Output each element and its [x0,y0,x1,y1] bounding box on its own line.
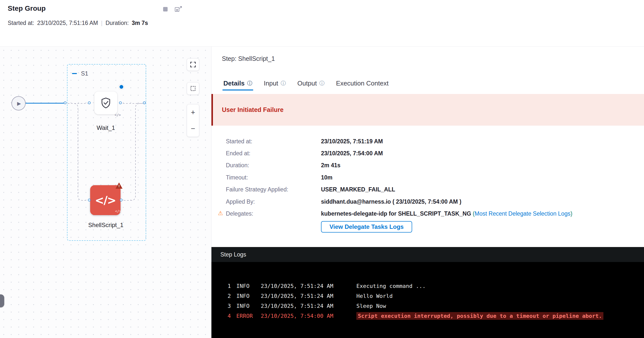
execution-meta: Started at: 23/10/2025, 7:51:16 AM | Dur… [8,20,148,27]
collapse-group-icon[interactable] [72,73,77,74]
shell-step-type-icon: </> [115,209,121,213]
failure-alert-banner: User Initiated Failure [212,94,644,126]
marquee-select-icon [190,85,196,92]
failure-alert-text: User Initiated Failure [222,106,284,113]
shell-script-code-icon: </> [95,194,116,207]
applied-by-field-value: siddhant.dua@harness.io ( 23/10/2025, 7:… [321,198,462,205]
log-line-number: 4 [224,313,236,319]
detail-row: Timeout: 10m [226,171,634,183]
harness-execution-page: Step Group Started at: 23/10/2025, 7:51:… [0,0,644,338]
shell-node-label: ShellScript_1 [78,222,133,229]
step-title: Step: ShellScript_1 [222,55,275,62]
port-wait-right [119,101,122,104]
tab-input-label: Input [264,80,278,87]
log-line: 2 INFO 23/10/2025, 7:51:24 AM Hello Worl… [212,291,644,301]
delegate-warning-icon: ⚠ [218,210,223,217]
tab-execution-context[interactable]: Execution Context [336,76,388,91]
wait-step-type-icon: </> [114,113,121,117]
marquee-select-button[interactable] [187,82,199,95]
tab-details-label: Details [224,80,244,87]
delegate-selection-logs-link[interactable]: Most Recent Delegate Selection Logs [475,210,570,217]
log-message: Sleep Now [356,303,644,309]
log-timestamp: 23/10/2025, 7:51:24 AM [261,293,356,299]
page-title: Step Group [8,5,46,13]
duration-field-label: Duration: [226,162,321,169]
log-level: INFO [236,293,261,299]
log-timestamp: 23/10/2025, 7:51:24 AM [261,283,356,289]
stage-icon[interactable] [163,7,168,12]
duration-field-value: 2m 41s [321,162,340,169]
zoom-out-button[interactable]: − [187,121,199,137]
log-line: 1 INFO 23/10/2025, 7:51:24 AM Executing … [212,281,644,291]
wait-node-label: Wait_1 [78,124,133,131]
applied-by-field-label: Applied By: [226,198,321,205]
ended-at-field-value: 23/10/2025, 7:54:00 AM [321,150,383,157]
detail-row: Applied By: siddhant.dua@harness.io ( 23… [226,196,634,208]
collapsed-drawer-handle[interactable] [0,294,4,307]
step-logs-body[interactable]: 1 INFO 23/10/2025, 7:51:24 AM Executing … [212,262,644,321]
timeout-field-label: Timeout: [226,174,321,181]
group-label: S1 [81,70,88,77]
log-level: INFO [236,283,261,289]
log-line-error: 4 ERROR 23/10/2025, 7:54:00 AM Script ex… [212,311,644,321]
started-at-field-value: 23/10/2025, 7:51:19 AM [321,138,383,145]
view-delegate-tasks-logs-button[interactable]: View Delegate Tasks Logs [321,221,412,233]
pipeline-start-node[interactable]: ▶ [12,96,26,110]
port-wait-left [88,101,91,104]
zoom-control: + − [187,104,199,137]
delegates-field-label: ⚠ Delegates: [226,210,321,217]
failure-strategy-field-label: Failure Strategy Applied: [226,186,321,193]
started-at-field-label: Started at: [226,138,321,145]
details-tabs: Details ⓘ Input ⓘ Output ⓘ Execution Con… [224,76,388,91]
tab-details[interactable]: Details ⓘ [224,76,252,91]
step-detail-fields: Started at: 23/10/2025, 7:51:19 AM Ended… [226,135,634,220]
meta-separator: | [101,20,102,27]
paren-open: ( [473,210,475,217]
step-group-header: Step Group Started at: 23/10/2025, 7:51:… [0,0,644,46]
log-line-number: 3 [224,303,236,309]
step-group-s1-header[interactable]: S1 [72,70,88,77]
started-at-value: 23/10/2025, 7:51:16 AM [37,20,98,27]
log-message: Hello World [356,293,644,299]
running-status-dot [119,84,124,90]
log-timestamp: 23/10/2025, 7:51:24 AM [261,303,356,309]
tab-input[interactable]: Input ⓘ [264,76,286,91]
log-line: 3 INFO 23/10/2025, 7:51:24 AM Sleep Now [212,301,644,311]
log-level: INFO [236,303,261,309]
step-logs-title: Step Logs [220,251,246,258]
exclamation-glyph: ! [116,184,122,188]
pipeline-graph-canvas[interactable]: S1 ▶ </> Wait_1 </> ! </> ShellScript_1 [0,46,212,338]
output-info-icon[interactable]: ⓘ [319,80,324,87]
node-wait-1[interactable] [94,92,117,114]
paren-close: ) [570,210,572,217]
detail-row-delegates: ⚠ Delegates: kubernetes-delegate-idp for… [226,208,634,220]
timeout-field-value: 10m [321,174,332,181]
log-line-number: 1 [224,283,236,289]
execution-inputs-icon[interactable] [174,6,182,13]
failure-strategy-field-value: USER_MARKED_FAIL_ALL [321,186,395,193]
duration-value: 3m 7s [132,20,148,27]
tab-output[interactable]: Output ⓘ [297,76,324,91]
zoom-in-button[interactable]: + [187,104,199,121]
detail-row: Started at: 23/10/2025, 7:51:19 AM [226,135,634,147]
delegates-label-text: Delegates: [226,210,253,217]
started-at-label: Started at: [8,20,34,27]
delegates-field-value: kubernetes-delegate-idp for SHELL_SCRIPT… [321,210,572,217]
port-shell-left [88,199,91,201]
step-details-panel: Step: ShellScript_1 Details ⓘ Input ⓘ Ou… [212,46,644,338]
detail-row: Ended at: 23/10/2025, 7:54:00 AM [226,147,634,159]
input-info-icon[interactable]: ⓘ [281,80,286,87]
tab-output-label: Output [297,80,317,87]
log-timestamp: 23/10/2025, 7:54:00 AM [261,313,356,319]
port-shell-right [120,199,122,201]
play-icon: ▶ [17,101,21,106]
fullscreen-button[interactable] [187,58,199,71]
wait-step-shield-icon [100,97,112,109]
tab-execution-context-label: Execution Context [336,80,388,87]
port-group-right [143,101,146,104]
step-logs-header[interactable]: Step Logs [212,247,644,262]
duration-label: Duration: [106,20,129,27]
detail-row: Failure Strategy Applied: USER_MARKED_FA… [226,184,634,196]
log-line-number: 2 [224,293,236,299]
details-info-icon[interactable]: ⓘ [247,80,252,87]
